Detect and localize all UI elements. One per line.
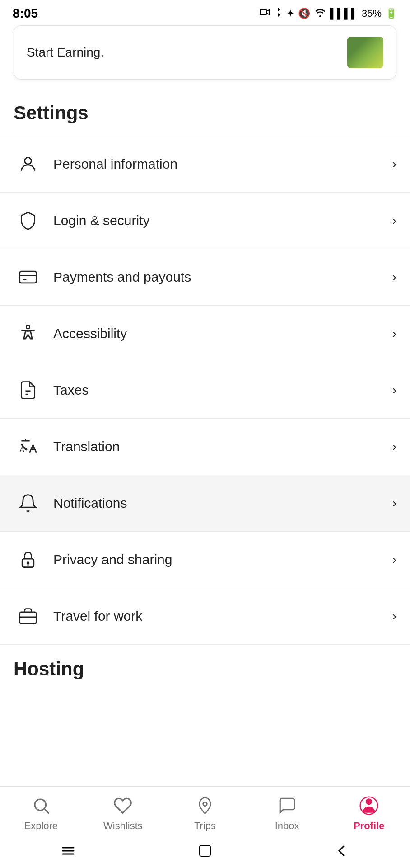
system-nav-bar bbox=[0, 836, 410, 868]
nav-label-wishlists: Wishlists bbox=[103, 820, 143, 832]
chevron-translation: › bbox=[392, 439, 396, 454]
nav-item-trips[interactable]: Trips bbox=[173, 794, 237, 832]
menu-item-payments-payouts[interactable]: Payments and payouts › bbox=[0, 249, 410, 306]
chevron-privacy-sharing: › bbox=[392, 552, 396, 567]
menu-label-translation: Translation bbox=[53, 439, 392, 454]
chevron-notifications: › bbox=[392, 496, 396, 510]
svg-rect-0 bbox=[260, 9, 266, 15]
translate-icon: A bbox=[14, 432, 42, 461]
menu-item-privacy-sharing[interactable]: Privacy and sharing › bbox=[0, 532, 410, 588]
search-icon bbox=[29, 794, 53, 817]
chevron-taxes: › bbox=[392, 383, 396, 397]
chevron-travel-work: › bbox=[392, 609, 396, 623]
svg-point-5 bbox=[26, 326, 29, 329]
menu-label-personal-information: Personal information bbox=[53, 156, 392, 172]
system-home-button[interactable] bbox=[192, 843, 218, 859]
top-card[interactable]: Start Earning. bbox=[14, 25, 396, 80]
ble-icon bbox=[274, 7, 283, 20]
hosting-section: Hosting bbox=[0, 645, 410, 793]
menu-label-login-security: Login & security bbox=[53, 213, 392, 228]
menu-item-notifications[interactable]: Notifications › bbox=[0, 475, 410, 532]
svg-text:A: A bbox=[20, 446, 24, 453]
briefcase-icon bbox=[14, 602, 42, 631]
battery-level: 35% bbox=[362, 8, 382, 19]
menu-item-accessibility[interactable]: Accessibility › bbox=[0, 306, 410, 362]
svg-point-16 bbox=[203, 802, 207, 806]
menu-label-notifications: Notifications bbox=[53, 495, 392, 511]
chevron-accessibility: › bbox=[392, 326, 396, 341]
nav-item-explore[interactable]: Explore bbox=[9, 794, 73, 832]
menu-label-payments-payouts: Payments and payouts bbox=[53, 269, 392, 285]
accessibility-icon bbox=[14, 319, 42, 348]
nav-label-explore: Explore bbox=[24, 820, 58, 832]
mute-icon: 🔇 bbox=[298, 8, 310, 19]
bluetooth-icon: ✦ bbox=[286, 8, 294, 19]
heart-icon bbox=[111, 794, 135, 817]
message-icon bbox=[275, 794, 299, 817]
payment-icon bbox=[14, 263, 42, 292]
bell-icon bbox=[14, 489, 42, 518]
video-icon bbox=[259, 7, 270, 20]
status-time: 8:05 bbox=[13, 6, 38, 21]
top-card-image bbox=[347, 37, 383, 68]
nav-label-trips: Trips bbox=[194, 820, 216, 832]
top-card-text: Start Earning. bbox=[27, 45, 104, 60]
menu-label-privacy-sharing: Privacy and sharing bbox=[53, 552, 392, 567]
svg-line-15 bbox=[45, 809, 49, 814]
chevron-personal-information: › bbox=[392, 157, 396, 171]
svg-rect-22 bbox=[200, 845, 210, 856]
profile-person-icon bbox=[357, 794, 381, 817]
status-icons: ✦ 🔇 ▌▌▌▌ 35% 🔋 bbox=[259, 7, 397, 20]
wifi-icon bbox=[314, 7, 326, 20]
person-icon bbox=[14, 150, 42, 179]
lock-icon bbox=[14, 545, 42, 574]
nav-item-wishlists[interactable]: Wishlists bbox=[91, 794, 154, 832]
svg-point-1 bbox=[25, 157, 32, 164]
menu-label-accessibility: Accessibility bbox=[53, 326, 392, 341]
menu-item-personal-information[interactable]: Personal information › bbox=[0, 136, 410, 193]
airbnb-icon bbox=[193, 794, 217, 817]
svg-rect-12 bbox=[20, 612, 37, 624]
nav-label-inbox: Inbox bbox=[275, 820, 299, 832]
menu-label-travel-work: Travel for work bbox=[53, 609, 392, 624]
settings-menu-list: Personal information › Login & security … bbox=[0, 136, 410, 645]
nav-label-profile: Profile bbox=[354, 820, 384, 832]
svg-point-14 bbox=[35, 799, 46, 811]
menu-item-translation[interactable]: A Translation › bbox=[0, 419, 410, 475]
menu-item-login-security[interactable]: Login & security › bbox=[0, 193, 410, 249]
svg-rect-2 bbox=[20, 271, 37, 283]
system-back-button[interactable] bbox=[329, 843, 354, 859]
nav-item-profile[interactable]: Profile bbox=[337, 794, 401, 832]
nav-items: Explore Wishlists Trips bbox=[0, 787, 410, 836]
status-bar: 8:05 ✦ 🔇 ▌▌▌▌ 35% 🔋 bbox=[0, 0, 410, 25]
chevron-login-security: › bbox=[392, 213, 396, 228]
signal-icon: ▌▌▌▌ bbox=[330, 8, 358, 19]
battery-icon: 🔋 bbox=[385, 8, 397, 19]
system-menu-button[interactable] bbox=[56, 843, 81, 859]
settings-section-title: Settings bbox=[0, 89, 410, 128]
menu-item-taxes[interactable]: Taxes › bbox=[0, 362, 410, 419]
bottom-navigation: Explore Wishlists Trips bbox=[0, 786, 410, 868]
hosting-section-title: Hosting bbox=[0, 645, 410, 684]
shield-icon bbox=[14, 206, 42, 235]
document-icon bbox=[14, 376, 42, 405]
menu-label-taxes: Taxes bbox=[53, 382, 392, 398]
menu-item-travel-work[interactable]: Travel for work › bbox=[0, 588, 410, 645]
svg-point-17 bbox=[366, 798, 372, 805]
chevron-payments-payouts: › bbox=[392, 270, 396, 284]
nav-item-inbox[interactable]: Inbox bbox=[256, 794, 319, 832]
